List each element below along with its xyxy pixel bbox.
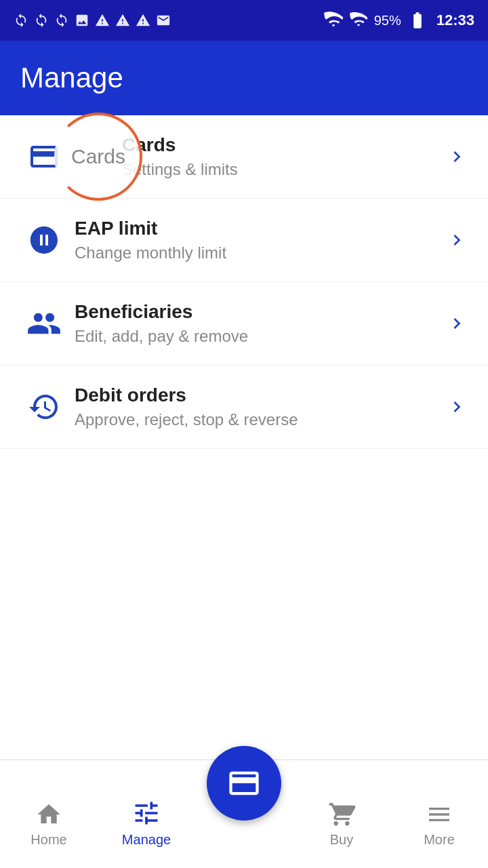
nav-buy[interactable]: Buy [293,794,390,854]
page-header: Manage [0,41,488,115]
home-icon [35,801,62,828]
status-right: 95% 12:33 [324,11,474,30]
sync-icon-2 [34,13,49,28]
page-title: Manage [20,62,123,94]
debit-orders-menu-item[interactable]: Debit orders Approve, reject, stop & rev… [0,366,488,449]
debit-chevron-icon [446,396,468,418]
signal-icon [350,12,367,29]
eap-icon-wrap [20,224,68,256]
eap-subtitle: Change monthly limit [75,243,446,262]
battery-text: 95% [374,13,401,28]
sync-icon-1 [14,13,28,28]
time-display: 12:33 [436,12,474,29]
nav-manage-label: Manage [122,832,171,848]
cards-subtitle: Settings & limits [122,160,446,179]
eap-menu-item[interactable]: EAP limit Change monthly limit [0,199,488,282]
warning-icon-2 [115,13,130,28]
email-icon [156,13,171,28]
cards-circle-label: Cards [71,145,125,168]
beneficiaries-icon-wrap [20,306,68,341]
transact-fab-icon [226,766,262,801]
warning-icon-1 [95,13,110,28]
beneficiaries-title: Beneficiaries [75,301,446,323]
menu-list: Cards Cards Settings & limits EAP limit [0,115,488,449]
nav-manage[interactable]: Manage [98,791,195,854]
image-icon [75,13,89,28]
beneficiaries-menu-item[interactable]: Beneficiaries Edit, add, pay & remove [0,282,488,366]
nav-home-label: Home [30,832,66,848]
eap-chevron-icon [446,229,468,251]
nav-more-label: More [424,832,455,848]
beneficiaries-text: Beneficiaries Edit, add, pay & remove [75,301,446,346]
eap-title: EAP limit [75,218,446,239]
battery-icon [408,11,427,30]
cards-text: Cards Settings & limits [122,134,446,179]
debit-icon-wrap [20,391,68,423]
warning-icon-3 [136,13,150,28]
status-bar: 95% 12:33 [0,0,488,41]
beneficiaries-chevron-icon [446,313,468,334]
speedometer-icon [28,224,60,256]
nav-more[interactable]: More [390,794,488,854]
nav-transact-label: Transact [218,832,270,848]
content-area: Cards Cards Settings & limits EAP limit [0,115,488,571]
nav-home[interactable]: Home [0,794,98,854]
wifi-icon [324,11,343,30]
cards-circle-highlight: Cards [54,113,142,201]
debit-subtitle: Approve, reject, stop & reverse [75,410,446,429]
status-icons [14,13,171,28]
more-icon [426,801,453,828]
nav-buy-label: Buy [330,832,353,848]
sync-icon-3 [54,13,69,28]
manage-icon [131,798,161,828]
cards-title: Cards [122,134,446,156]
cards-menu-item[interactable]: Cards Cards Settings & limits [0,115,488,199]
transact-fab[interactable] [207,746,281,821]
people-icon [26,306,62,341]
debit-title: Debit orders [75,384,446,406]
history-icon [28,391,60,423]
cart-icon [328,801,355,828]
debit-text: Debit orders Approve, reject, stop & rev… [75,384,446,429]
eap-text: EAP limit Change monthly limit [75,218,446,262]
cards-chevron-icon [446,146,468,167]
beneficiaries-subtitle: Edit, add, pay & remove [75,327,446,346]
